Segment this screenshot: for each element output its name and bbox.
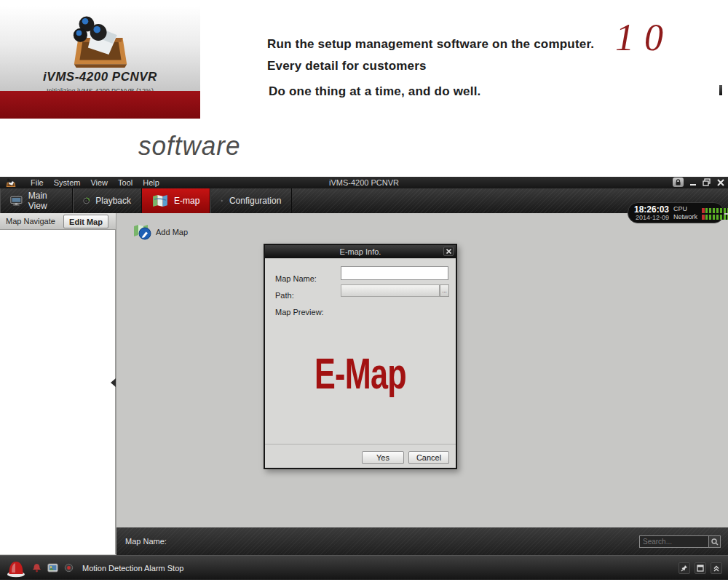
menu-view[interactable]: View	[90, 178, 108, 187]
map-preview-placeholder: E-Map	[292, 348, 430, 399]
map-name-input[interactable]	[341, 266, 448, 280]
header-line-1: Run the setup management software on the…	[267, 37, 594, 52]
network-meter	[702, 215, 728, 220]
app-window: File System View Tool Help iVMS-4200 PCN…	[0, 177, 728, 580]
tab-playback[interactable]: Playback	[73, 188, 142, 213]
map-icon	[152, 194, 168, 207]
menu-help[interactable]: Help	[143, 178, 159, 187]
tab-main-view[interactable]: Main View	[0, 188, 73, 213]
path-input[interactable]	[341, 284, 440, 297]
splash-red-band	[0, 91, 200, 119]
tab-label: E-map	[174, 196, 199, 206]
splash-screen: iVMS-4200 PCNVR Initializing iVMS-4200 P…	[0, 6, 200, 91]
splash-title: iVMS-4200 PCNVR	[0, 70, 200, 84]
close-button[interactable]	[716, 178, 725, 187]
tab-label: Configuration	[229, 196, 281, 206]
snapshot-icon[interactable]	[47, 563, 58, 573]
add-map-label: Add Map	[156, 228, 188, 236]
search-button[interactable]	[708, 536, 720, 547]
lock-icon[interactable]	[673, 178, 684, 187]
clock-date: 2014-12-09	[634, 214, 669, 221]
tab-configuration[interactable]: Configuration	[210, 188, 292, 213]
menu-file[interactable]: File	[31, 178, 44, 187]
cancel-button[interactable]: Cancel	[408, 451, 449, 464]
map-preview-label: Map Preview:	[275, 308, 324, 316]
alarm-bell-icon[interactable]	[32, 563, 41, 573]
collapse-icon[interactable]	[711, 562, 722, 574]
map-name-bar: Map Name:	[116, 527, 728, 555]
alarm-siren-icon[interactable]	[6, 558, 26, 578]
dialog-close-button[interactable]	[443, 247, 454, 256]
tab-label: Playback	[95, 196, 131, 206]
menu-tool[interactable]: Tool	[118, 178, 132, 187]
dialog-title-bar[interactable]: E-map Info.	[265, 245, 456, 258]
app-icon	[1, 178, 20, 188]
window-title: iVMS-4200 PCNVR	[0, 178, 728, 187]
software-caption: software	[138, 131, 240, 162]
audio-alarm-icon[interactable]	[64, 563, 74, 573]
dialog-title: E-map Info.	[340, 247, 381, 256]
alarm-status-bar: Motion Detection Alarm Stop	[0, 555, 728, 580]
monitor-icon	[10, 195, 23, 207]
toolbar: Main View Playback E-map Conf	[0, 188, 728, 213]
header-line-3: Do one thing at a time, and do well.	[269, 84, 481, 99]
sidebar-collapse-handle[interactable]	[111, 378, 116, 387]
search-box	[639, 535, 721, 548]
network-label: Network	[673, 213, 697, 221]
yes-button[interactable]: Yes	[362, 451, 404, 464]
minimize-button[interactable]	[688, 178, 697, 187]
emap-info-dialog: E-map Info. Map Name: Path: ... Map Prev…	[264, 244, 457, 469]
sidebar-tab-row: Map Navigate Edit Map	[0, 213, 116, 230]
restore-button[interactable]	[702, 178, 711, 187]
add-map-icon	[133, 223, 152, 241]
clock-time: 18:26:03	[634, 205, 669, 214]
path-label: Path:	[275, 291, 294, 300]
header-line-2: Every detail for customers	[267, 59, 427, 73]
close-icon	[446, 249, 451, 254]
gear-icon	[221, 194, 223, 207]
menu-bar: File System View Tool Help iVMS-4200 PCN…	[0, 177, 728, 188]
sidebar-tab-edit-map[interactable]: Edit Map	[63, 215, 108, 228]
edge-mark	[719, 85, 722, 95]
status-message: Motion Detection Alarm Stop	[82, 564, 183, 573]
float-window-icon[interactable]	[695, 562, 706, 574]
cpu-label: CPU	[673, 205, 697, 213]
system-status-panel: 18:26:03 2014-12-09 CPU Network	[628, 202, 724, 223]
add-map-button[interactable]: Add Map	[133, 222, 197, 242]
map-tree-panel[interactable]	[0, 230, 116, 554]
map-name-bar-label: Map Name:	[125, 537, 167, 546]
map-name-label: Map Name:	[275, 274, 317, 283]
pin-icon[interactable]	[678, 562, 690, 574]
app-logo	[64, 10, 137, 68]
tab-emap[interactable]: E-map	[142, 188, 210, 213]
tab-label: Main View	[28, 191, 62, 211]
cpu-meter	[702, 208, 728, 213]
menu-system[interactable]: System	[54, 178, 81, 187]
dialog-button-row: Yes Cancel	[265, 444, 456, 469]
page-number: 10	[615, 16, 673, 59]
sidebar-tab-map-navigate[interactable]: Map Navigate	[6, 217, 55, 226]
playback-icon	[83, 194, 90, 207]
search-icon	[711, 538, 719, 546]
browse-button[interactable]: ...	[440, 284, 449, 297]
search-input[interactable]	[640, 536, 708, 547]
